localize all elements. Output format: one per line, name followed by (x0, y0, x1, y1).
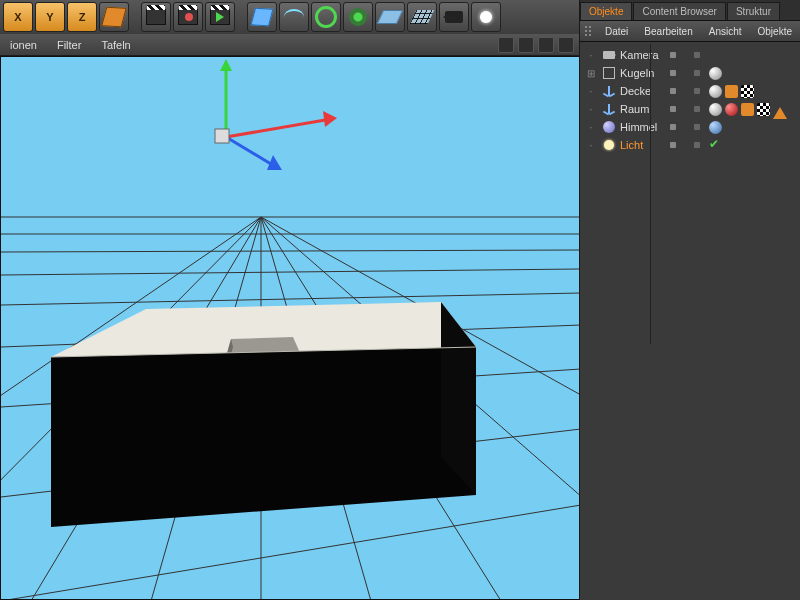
visibility-dots[interactable] (670, 106, 700, 112)
scene-box (51, 302, 476, 527)
object-row-kugeln[interactable]: ⊞Kugeln (580, 64, 800, 82)
object-row-kamera[interactable]: ·Kamera (580, 46, 800, 64)
panel-menu-view[interactable]: Ansicht (701, 26, 750, 37)
object-name-label: Himmel (620, 121, 666, 133)
cam-icon (602, 48, 616, 62)
tree-toggle-icon[interactable]: · (584, 122, 598, 133)
viewport-menubar: ionen Filter Tafeln (0, 34, 580, 56)
plane-icon (377, 10, 404, 24)
svg-marker-19 (220, 59, 232, 71)
tag-chk-icon[interactable] (741, 85, 754, 98)
play-button[interactable] (205, 2, 235, 32)
visibility-dots[interactable] (670, 88, 700, 94)
tag-blue-icon[interactable] (709, 121, 722, 134)
primitive-cube-button[interactable] (247, 2, 277, 32)
perspective-viewport[interactable] (0, 56, 580, 600)
maximize-icon[interactable] (558, 37, 574, 53)
tag-sq-icon[interactable] (741, 103, 754, 116)
panel-menu: Datei Bearbeiten Ansicht Objekte (580, 20, 800, 42)
menu-item-2[interactable]: Tafeln (91, 39, 140, 51)
cube-primitive-button[interactable] (99, 2, 129, 32)
object-name-label: Raum (620, 103, 666, 115)
panel-tabs: Objekte Content Browser Struktur (580, 0, 800, 20)
visibility-dots[interactable] (670, 70, 700, 76)
tag-sphere-icon[interactable] (709, 67, 722, 80)
axis-y-button[interactable]: Y (35, 2, 65, 32)
tag-sphere-icon[interactable] (709, 85, 722, 98)
tag-row (706, 100, 787, 119)
pan-icon[interactable] (498, 37, 514, 53)
tag-tri-icon[interactable] (773, 100, 787, 119)
tree-toggle-icon[interactable]: ⊞ (584, 68, 598, 79)
floor-button[interactable] (407, 2, 437, 32)
object-row-licht[interactable]: ·Licht✔ (580, 136, 800, 154)
array-icon (349, 8, 367, 26)
axis-x-button[interactable]: X (3, 2, 33, 32)
panel-menu-objects[interactable]: Objekte (750, 26, 800, 37)
light-button[interactable] (471, 2, 501, 32)
menu-item-0[interactable]: ionen (0, 39, 47, 51)
nurbs-button[interactable] (311, 2, 341, 32)
axis-icon (602, 102, 616, 116)
torus-icon (315, 6, 337, 28)
panel-menu-file[interactable]: Datei (597, 26, 636, 37)
orbit-icon[interactable] (538, 37, 554, 53)
tag-chk-icon[interactable] (757, 103, 770, 116)
tag-red-icon[interactable] (725, 103, 738, 116)
axis-z-button[interactable]: Z (67, 2, 97, 32)
zoom-icon[interactable] (518, 37, 534, 53)
svg-line-4 (1, 293, 580, 305)
object-row-raum[interactable]: ·Raum (580, 100, 800, 118)
svg-marker-28 (51, 347, 476, 527)
object-manager-panel: Objekte Content Browser Struktur Datei B… (579, 0, 800, 600)
camera-icon (445, 11, 463, 23)
axis-gizmo (215, 59, 337, 170)
clapper-play-icon (210, 9, 230, 25)
visibility-dots[interactable] (670, 52, 700, 58)
tree-toggle-icon[interactable]: · (584, 104, 598, 115)
bulb-icon (480, 11, 492, 23)
tag-sq-icon[interactable] (725, 85, 738, 98)
null-icon (602, 66, 616, 80)
tag-row (706, 67, 722, 80)
camera-button[interactable] (439, 2, 469, 32)
object-list: ·Kamera⊞Kugeln·Decke·Raum·Himmel·Licht✔ (580, 42, 800, 158)
tree-toggle-icon[interactable]: · (584, 140, 598, 151)
cube-blue-icon (250, 8, 273, 26)
main-toolbar: X Y Z (0, 0, 582, 35)
visibility-dots[interactable] (670, 142, 700, 148)
tab-structure[interactable]: Struktur (727, 2, 780, 20)
visibility-dots[interactable] (670, 124, 700, 130)
tree-toggle-icon[interactable]: · (584, 86, 598, 97)
clapper-record-icon (178, 9, 198, 25)
svg-line-20 (226, 119, 331, 137)
spline-button[interactable] (279, 2, 309, 32)
tab-content[interactable]: Content Browser (633, 2, 725, 20)
record-button[interactable] (173, 2, 203, 32)
menu-item-1[interactable]: Filter (47, 39, 91, 51)
tree-toggle-icon[interactable]: · (584, 50, 598, 61)
object-row-himmel[interactable]: ·Himmel (580, 118, 800, 136)
enable-tick-icon[interactable]: ✔ (709, 139, 722, 152)
panel-grip-icon[interactable] (584, 25, 593, 37)
object-name-label: Decke (620, 85, 666, 97)
viewport-nav-icons (494, 37, 580, 53)
clapperboard-icon (146, 9, 166, 25)
svg-line-2 (1, 250, 580, 252)
tag-sphere-icon[interactable] (709, 103, 722, 116)
object-row-decke[interactable]: ·Decke (580, 82, 800, 100)
panel-menu-edit[interactable]: Bearbeiten (636, 26, 700, 37)
make-editable-button[interactable] (141, 2, 171, 32)
array-button[interactable] (343, 2, 373, 32)
tag-row: ✔ (706, 139, 722, 152)
sky-icon (602, 120, 616, 134)
grid-icon (410, 10, 435, 24)
svg-line-22 (226, 137, 276, 167)
panel-column-divider[interactable] (650, 44, 651, 344)
object-name-label: Kugeln (620, 67, 666, 79)
object-name-label: Kamera (620, 49, 666, 61)
tag-row (706, 121, 722, 134)
tab-objects[interactable]: Objekte (580, 2, 632, 20)
spline-icon (284, 9, 304, 25)
deformer-button[interactable] (375, 2, 405, 32)
